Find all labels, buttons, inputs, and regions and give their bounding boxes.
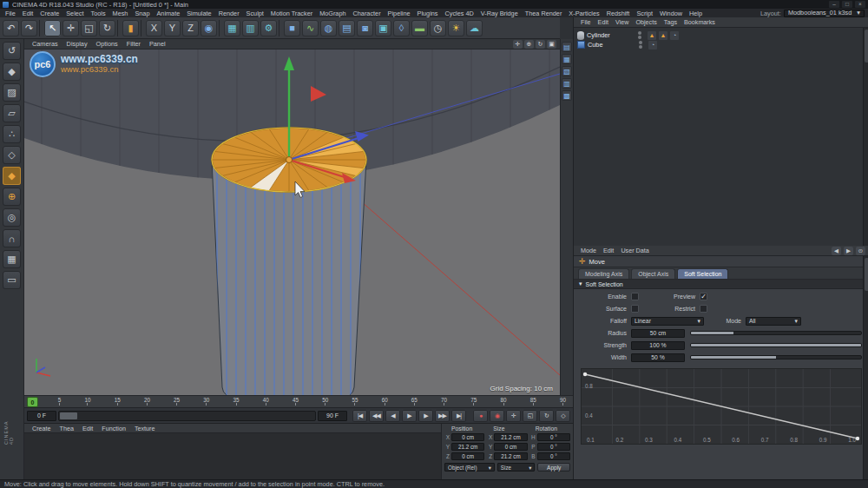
polygon-selection-tag-icon[interactable]: ▲ bbox=[659, 31, 667, 40]
object-manager-menu-item[interactable]: File bbox=[577, 18, 595, 26]
material-menu-item[interactable]: Function bbox=[97, 425, 130, 432]
menu-item[interactable]: X-Particles bbox=[565, 10, 602, 17]
deformer-button[interactable]: ◊ bbox=[393, 20, 410, 36]
menu-item[interactable]: Thea Render bbox=[522, 10, 566, 17]
redo-icon[interactable]: ↷ bbox=[21, 20, 37, 36]
object-manager-menu-item[interactable]: Edit bbox=[595, 18, 612, 26]
object-manager-menu-item[interactable]: Objects bbox=[632, 18, 660, 26]
cylinder-body[interactable] bbox=[212, 160, 366, 395]
falloff-curve-graph[interactable]: 0.8 0.4 0.10.20.30.40.50.60.70.80.91.0 bbox=[581, 368, 862, 445]
record-scale-toggle[interactable]: ◱ bbox=[523, 410, 537, 422]
tab-soft-selection[interactable]: Soft Selection bbox=[677, 268, 728, 279]
menu-item[interactable]: File bbox=[2, 10, 19, 17]
soft-selection-section-header[interactable]: ▾ Soft Selection bbox=[574, 280, 868, 289]
primitive-cube-button[interactable]: ■ bbox=[284, 20, 300, 36]
next-frame-button[interactable]: ▶ bbox=[418, 410, 433, 422]
end-frame-field[interactable]: 90 F bbox=[318, 411, 347, 421]
lock-icon[interactable]: ⊙ bbox=[856, 247, 865, 255]
rotation-b-field[interactable]: 0 ° bbox=[537, 452, 570, 460]
next-key-button[interactable]: ▶▶ bbox=[435, 410, 450, 422]
viewport-menu-item[interactable]: Cameras bbox=[28, 40, 62, 48]
palette-structure-icon[interactable]: ▧ bbox=[562, 66, 572, 76]
position-x-field[interactable]: 0 cm bbox=[451, 433, 484, 441]
menu-item[interactable]: Snap bbox=[131, 10, 153, 17]
polygon-selection-tag-icon[interactable]: ▲ bbox=[648, 31, 656, 40]
material-menu-item[interactable]: Edit bbox=[78, 425, 97, 432]
minimize-button[interactable]: – bbox=[829, 1, 839, 8]
apply-button[interactable]: Apply bbox=[537, 463, 570, 472]
menu-item[interactable]: Select bbox=[62, 10, 87, 17]
rotation-p-field[interactable]: 0 ° bbox=[537, 443, 570, 451]
undo-icon[interactable]: ↶ bbox=[3, 20, 19, 36]
position-z-field[interactable]: 0 cm bbox=[451, 452, 484, 460]
curve-end-handle[interactable] bbox=[856, 437, 859, 440]
viewport-menu-item[interactable]: Options bbox=[92, 40, 122, 48]
polygons-mode-button[interactable]: ◆ bbox=[3, 167, 21, 185]
visibility-dots[interactable] bbox=[638, 31, 641, 39]
size-x-field[interactable]: 21.2 cm bbox=[494, 433, 527, 441]
attribute-menu-item[interactable]: Edit bbox=[600, 247, 617, 254]
play-button[interactable]: ▶ bbox=[402, 410, 417, 422]
size-y-field[interactable]: 0 cm bbox=[494, 443, 527, 451]
menu-item[interactable]: Plugins bbox=[414, 10, 442, 17]
maximize-button[interactable]: □ bbox=[842, 1, 852, 8]
frame-slider-handle[interactable] bbox=[60, 412, 77, 419]
menu-item[interactable]: Cycles 4D bbox=[442, 10, 477, 17]
attribute-menu-item[interactable]: User Data bbox=[617, 247, 652, 254]
move-tool[interactable]: ✛ bbox=[62, 20, 79, 36]
playhead[interactable]: 0 bbox=[27, 397, 38, 407]
menu-item[interactable]: Pipeline bbox=[385, 10, 414, 17]
workplane-mode-button[interactable]: ▱ bbox=[3, 104, 21, 122]
menu-item[interactable]: Create bbox=[36, 10, 62, 17]
enable-snap-button[interactable]: ∩ bbox=[3, 229, 21, 247]
menu-item[interactable]: Character bbox=[350, 10, 385, 17]
attribute-manager-scrollbar[interactable] bbox=[863, 256, 868, 479]
viewport-solo-button[interactable]: ◎ bbox=[3, 208, 21, 227]
goto-start-button[interactable]: |◀ bbox=[352, 410, 367, 422]
phong-tag-icon[interactable]: ◔ bbox=[648, 41, 657, 49]
render-view-button[interactable]: ▦ bbox=[224, 20, 240, 36]
width-slider[interactable] bbox=[690, 355, 862, 359]
strength-field[interactable]: 100 % bbox=[631, 341, 685, 350]
texture-mode-button[interactable]: ▨ bbox=[3, 83, 21, 102]
material-menu-item[interactable]: Create bbox=[28, 425, 56, 432]
history-forward-icon[interactable]: ▶ bbox=[844, 247, 853, 255]
lock-y-axis[interactable]: Y bbox=[164, 20, 181, 36]
enable-checkbox[interactable] bbox=[631, 293, 639, 300]
subdivision-surface-button[interactable]: ◍ bbox=[320, 20, 337, 36]
visibility-dots[interactable] bbox=[639, 41, 642, 49]
menu-item[interactable]: Mesh bbox=[109, 10, 132, 17]
goto-end-button[interactable]: ▶| bbox=[451, 410, 466, 422]
workplane-snap-button[interactable]: ▦ bbox=[3, 250, 21, 268]
layout-select[interactable]: Modbooleans_01 k3sd ▾ bbox=[784, 10, 865, 17]
palette-objects-icon[interactable]: ▤ bbox=[562, 42, 572, 52]
palette-content-browser-icon[interactable]: ▦ bbox=[562, 54, 572, 64]
object-row-cylinder[interactable]: Cylinder ▲ ▲ ◔ bbox=[577, 30, 865, 40]
phong-tag-icon[interactable]: ◔ bbox=[670, 31, 679, 40]
close-button[interactable]: × bbox=[855, 1, 865, 8]
live-selection-tool[interactable]: ↖ bbox=[44, 20, 61, 36]
record-position-toggle[interactable]: ✛ bbox=[506, 410, 521, 422]
menu-item[interactable]: Script bbox=[633, 10, 656, 17]
size-z-field[interactable]: 21.2 cm bbox=[494, 452, 527, 460]
material-menu-item[interactable]: Thea bbox=[56, 425, 78, 432]
menu-item[interactable]: Animate bbox=[153, 10, 183, 17]
width-field[interactable]: 50 % bbox=[631, 353, 685, 362]
array-object-button[interactable]: ▤ bbox=[339, 20, 355, 36]
coordinate-mode-select[interactable]: Object (Rel)▾ bbox=[444, 463, 495, 472]
last-tool-cylinder[interactable]: ▮ bbox=[122, 20, 139, 36]
pan-view-icon[interactable]: ✛ bbox=[513, 40, 523, 49]
object-manager-scrollbar[interactable] bbox=[863, 28, 868, 246]
tab-modeling-axis[interactable]: Modeling Axis bbox=[578, 268, 629, 279]
history-back-icon[interactable]: ◀ bbox=[832, 247, 841, 255]
zoom-view-icon[interactable]: ⊕ bbox=[524, 40, 534, 49]
current-frame-field[interactable]: 0 F bbox=[27, 411, 56, 421]
floor-object-button[interactable]: ▬ bbox=[411, 20, 428, 36]
lock-x-axis[interactable]: X bbox=[146, 20, 162, 36]
menu-item[interactable]: Sculpt bbox=[243, 10, 267, 17]
palette-snapshot-icon[interactable]: ▩ bbox=[562, 90, 572, 101]
object-manager-menu-item[interactable]: Bookmarks bbox=[681, 18, 719, 26]
autokey-button[interactable]: ◉ bbox=[490, 410, 504, 422]
points-mode-button[interactable]: ∴ bbox=[3, 125, 21, 143]
material-menu-item[interactable]: Texture bbox=[130, 425, 160, 432]
